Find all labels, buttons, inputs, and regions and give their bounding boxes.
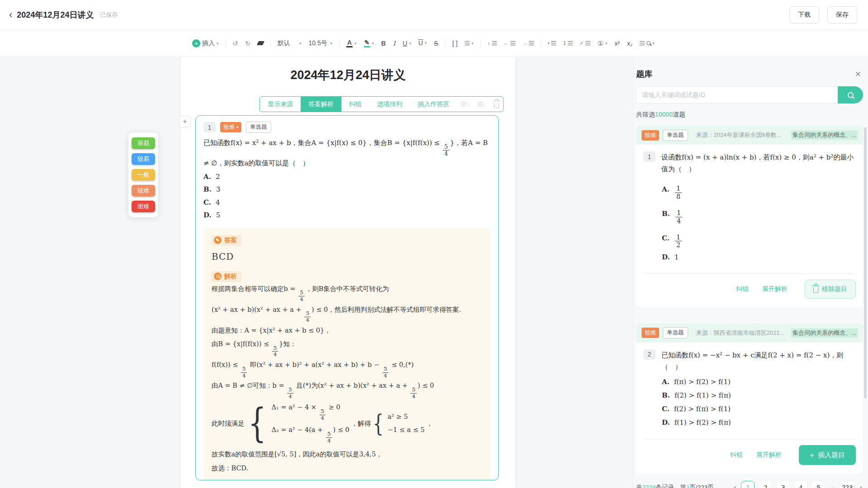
search-input[interactable] bbox=[636, 86, 838, 103]
option-d: D.1 bbox=[662, 252, 856, 263]
highlight-color-bar bbox=[364, 46, 370, 47]
topic-tag: 集合间的关系的概念、... bbox=[791, 131, 858, 140]
undo-icon[interactable]: ↺ bbox=[231, 38, 241, 49]
redo-icon[interactable]: ↻ bbox=[243, 38, 253, 49]
current-page: 1 bbox=[686, 484, 690, 488]
add-block-button[interactable]: + bbox=[179, 116, 191, 127]
page-1[interactable]: 1 bbox=[741, 481, 755, 488]
insert-question-button[interactable]: + 插入题目 bbox=[799, 445, 856, 465]
difficulty-tag-medium[interactable]: 一般 bbox=[132, 169, 155, 181]
save-status: 已保存 bbox=[100, 11, 118, 19]
option-b: B.3 bbox=[203, 183, 491, 196]
line-spacing-button[interactable]: ↕ bbox=[486, 39, 499, 47]
expand-analysis-link[interactable]: 展开解析 bbox=[756, 451, 782, 459]
bank-title: 题库 bbox=[636, 69, 652, 80]
font-family-select[interactable]: 默认 ▾ bbox=[275, 38, 304, 49]
delete-question-icon[interactable] bbox=[490, 101, 503, 108]
move-question-up-icon[interactable]: ↑ bbox=[457, 102, 474, 107]
lines-icon bbox=[640, 41, 645, 46]
check-icon: ✓ bbox=[580, 41, 584, 46]
indent-increase-button[interactable]: → bbox=[520, 39, 536, 47]
italic-button[interactable]: I bbox=[391, 38, 398, 49]
difficulty-tag-easy[interactable]: 容易 bbox=[132, 137, 155, 149]
page-ellipsis[interactable]: ··· bbox=[829, 484, 835, 488]
next-page-icon[interactable]: › bbox=[859, 483, 863, 488]
page-223[interactable]: 223 bbox=[840, 481, 854, 488]
page-3[interactable]: 3 bbox=[776, 481, 790, 488]
toolbar-divider bbox=[339, 39, 340, 47]
bold-button[interactable]: B bbox=[379, 38, 388, 49]
font-color-button[interactable]: A ▾ bbox=[344, 38, 359, 49]
difficulty-tag-easier[interactable]: 较易 bbox=[132, 153, 155, 165]
top-bar: ‹ 2024年12月24日讲义 已保存 下载 保存 bbox=[0, 0, 868, 30]
lines-icon bbox=[492, 41, 497, 46]
indent-decrease-button[interactable]: ← bbox=[502, 39, 518, 47]
subscript-button[interactable]: x₂ bbox=[625, 38, 635, 49]
search-button[interactable] bbox=[838, 86, 863, 103]
move-question-down-icon[interactable]: ↓ bbox=[474, 102, 491, 107]
tab-option-sort[interactable]: 选项排列 bbox=[369, 97, 410, 112]
back-icon[interactable]: ‹ bbox=[9, 10, 12, 20]
card-header-band: 较难 单选题 来源：陕西省渭南市临渭区2021... 集合间的关系的概念、... bbox=[636, 324, 863, 343]
numbering-style-button[interactable]: ① ▾ bbox=[595, 38, 609, 49]
find-replace-button[interactable]: ▾ bbox=[637, 39, 657, 47]
record-count: 2224 bbox=[642, 484, 656, 488]
save-button[interactable]: 保存 bbox=[827, 6, 857, 23]
option-c: C.12 bbox=[662, 227, 856, 249]
strikethrough-button[interactable]: S bbox=[432, 38, 440, 49]
scrollbar-thumb[interactable] bbox=[864, 127, 867, 399]
bullet-list-button[interactable]: • bbox=[546, 39, 559, 47]
difficulty-badge: 较难 bbox=[642, 130, 659, 141]
option-a: A.2 bbox=[203, 170, 491, 183]
chevron-down-icon: ▾ bbox=[372, 41, 374, 46]
card-body: 2 已知函数f(x) = −x² − bx + c满足f(2 + x) = f(… bbox=[636, 343, 863, 433]
align-icon bbox=[465, 41, 470, 46]
report-error-link[interactable]: 纠错 bbox=[736, 285, 749, 293]
align-button[interactable]: ▾ bbox=[462, 39, 476, 47]
pagination: 共2224条记录 第1页/223页 ‹ 1 2 3 4 5 ··· 223 › bbox=[636, 481, 863, 488]
difficulty-tag-hard[interactable]: 困难 bbox=[132, 201, 155, 212]
search-icon bbox=[848, 92, 854, 98]
expand-analysis-link[interactable]: 展开解析 bbox=[762, 285, 788, 293]
font-size-select[interactable]: 10.5号 ▾ bbox=[307, 38, 335, 49]
superscript-button[interactable]: x² bbox=[612, 38, 622, 49]
page-5[interactable]: 5 bbox=[811, 481, 825, 488]
option-c: C.f(2) > f(π) > f(1) bbox=[662, 404, 856, 414]
page-2[interactable]: 2 bbox=[759, 481, 772, 488]
brackets-button[interactable]: [ ] bbox=[450, 38, 460, 49]
overline-button[interactable]: U ▾ bbox=[416, 38, 429, 48]
close-icon[interactable]: ✕ bbox=[855, 70, 861, 79]
tab-insert-answer-area[interactable]: 插入作答区 bbox=[410, 97, 457, 112]
font-color-bar bbox=[346, 46, 353, 47]
remove-question-button[interactable]: 移除题目 bbox=[805, 280, 856, 299]
task-list-button[interactable]: ✓ bbox=[578, 39, 593, 47]
report-error-link[interactable]: 纠错 bbox=[730, 451, 743, 459]
updown-arrow-icon: ↕ bbox=[488, 41, 490, 46]
pager: ‹ 1 2 3 4 5 ··· 223 › bbox=[733, 481, 863, 488]
number-one-icon: 1 bbox=[563, 41, 566, 46]
clear-format-icon[interactable] bbox=[255, 39, 266, 47]
tab-answer-analysis[interactable]: 答案解析 bbox=[301, 97, 341, 112]
ordered-list-button[interactable]: 1 bbox=[561, 39, 575, 47]
tab-show-source[interactable]: 显示来源 bbox=[260, 97, 301, 112]
insert-button[interactable]: + 插入 ▾ bbox=[190, 38, 221, 49]
page-4[interactable]: 4 bbox=[794, 481, 807, 488]
chevron-down-icon: ▾ bbox=[217, 41, 219, 46]
tab-report-error[interactable]: 纠错 bbox=[341, 97, 369, 112]
answer-value: BCD bbox=[212, 251, 482, 262]
question-header: 1 较难 ▾ 单选题 bbox=[203, 122, 491, 133]
difficulty-tag-harder[interactable]: 较难 bbox=[132, 185, 155, 197]
analysis-line: 由A = B ≠ ∅可知：b = 54 且(*)为(x² + ax + b)(x… bbox=[212, 379, 482, 399]
question-tab-bar: 显示来源 答案解析 纠错 选项排列 插入作答区 ↑ ↓ bbox=[259, 96, 504, 112]
document-title[interactable]: 2024年12月24日讲义 bbox=[181, 67, 515, 83]
right-arrow-icon: → bbox=[523, 41, 527, 46]
underline-button[interactable]: U ▾ bbox=[401, 38, 414, 49]
question-source: 来源：陕西省渭南市临渭区2021... bbox=[696, 329, 785, 337]
prev-page-icon[interactable]: ‹ bbox=[733, 483, 737, 488]
option-c: C.4 bbox=[203, 196, 491, 209]
difficulty-panel: 容易 较易 一般 较难 困难 bbox=[128, 132, 158, 217]
question-stem: 已知函数f(x) = −x² − bx + c满足f(2 + x) = f(2 … bbox=[661, 349, 856, 373]
download-button[interactable]: 下载 bbox=[789, 6, 819, 23]
highlight-color-button[interactable]: ✎ ▾ bbox=[362, 38, 377, 49]
difficulty-badge[interactable]: 较难 ▾ bbox=[220, 122, 241, 132]
